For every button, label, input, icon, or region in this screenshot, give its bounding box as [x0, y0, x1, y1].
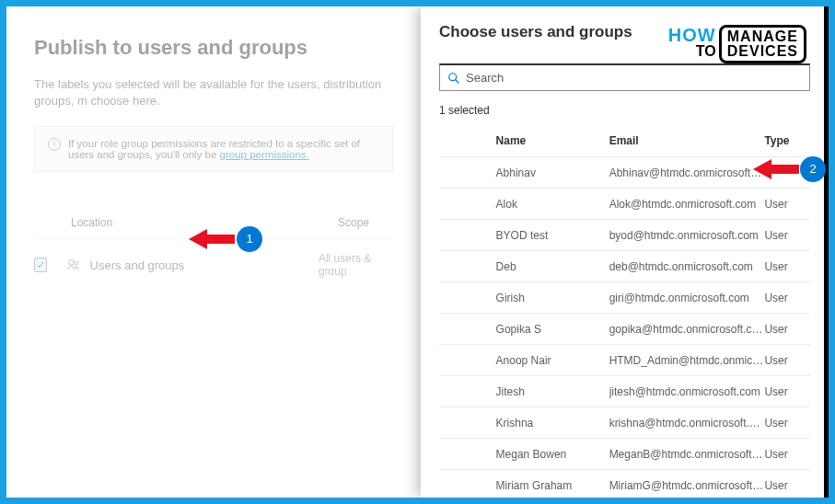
- selected-count: 1 selected: [439, 104, 810, 117]
- group-permissions-link[interactable]: group permissions.: [220, 149, 309, 160]
- search-field[interactable]: [439, 63, 810, 91]
- annotation-badge-1: 1: [237, 226, 262, 252]
- annotation-badge-2: 2: [800, 156, 826, 182]
- user-row[interactable]: AlokAlok@htmdc.onmicrosoft.comUser: [439, 189, 810, 220]
- user-email: Abhinav@htmdc.onmicrosoft.com: [609, 166, 765, 179]
- user-type: User: [764, 354, 810, 367]
- user-email: jitesh@htmdc.onmicrosoft.com: [609, 385, 765, 398]
- page-title: Publish to users and groups: [34, 36, 393, 60]
- user-email: MiriamG@htmdc.onmicrosoft.com: [609, 479, 765, 492]
- row-scope: All users & group: [319, 252, 393, 278]
- info-callout: i If your role group permissions are res…: [34, 126, 393, 172]
- checkbox-checked-icon[interactable]: ✓: [34, 258, 47, 272]
- user-name: Anoop Nair: [496, 354, 609, 367]
- user-type: User: [764, 260, 810, 273]
- row-label: Users and groups: [90, 258, 319, 272]
- svg-line-3: [456, 79, 459, 83]
- search-icon: [447, 72, 460, 85]
- user-name: Abhinav: [496, 166, 609, 179]
- user-name: Krishna: [496, 417, 609, 430]
- user-row[interactable]: Miriam GrahamMiriamG@htmdc.onmicrosoft.c…: [439, 470, 810, 498]
- user-name: Gopika S: [496, 323, 609, 336]
- user-name: BYOD test: [496, 229, 609, 242]
- user-email: gopika@htmdc.onmicrosoft.com: [609, 323, 765, 336]
- user-email: deb@htmdc.onmicrosoft.com: [609, 260, 765, 273]
- user-row[interactable]: BYOD testbyod@htmdc.onmicrosoft.comUser: [439, 220, 810, 251]
- user-email: byod@htmdc.onmicrosoft.com: [609, 229, 765, 242]
- svg-point-1: [75, 262, 78, 266]
- header-name: Name: [496, 134, 609, 147]
- user-email: HTMD_Admin@htmdc.onmicrosof...: [609, 354, 765, 367]
- user-row[interactable]: Megan BowenMeganB@htmdc.onmicrosoft.comU…: [439, 439, 810, 470]
- user-email: giri@htmdc.onmicrosoft.com: [609, 292, 765, 304]
- user-name: Girish: [496, 292, 609, 304]
- howtomanagedevices-logo: HOW TO MANAGE DEVICES: [668, 25, 806, 63]
- header-type: Type: [764, 134, 810, 147]
- user-type: User: [764, 292, 810, 304]
- svg-point-0: [69, 260, 74, 265]
- users-groups-icon: [67, 258, 80, 272]
- user-row[interactable]: Jiteshjitesh@htmdc.onmicrosoft.comUser: [439, 376, 810, 407]
- choose-users-panel: Choose users and groups 1 selected Name …: [421, 6, 829, 498]
- user-name: Alok: [496, 198, 609, 211]
- user-email: Alok@htmdc.onmicrosoft.com: [609, 198, 765, 211]
- info-text: If your role group permissions are restr…: [68, 138, 360, 160]
- publish-pane: Publish to users and groups The labels y…: [6, 6, 412, 498]
- user-name: Deb: [496, 260, 609, 273]
- annotation-arrow-2: [753, 157, 799, 181]
- user-type: User: [764, 198, 810, 211]
- user-type: User: [764, 229, 810, 242]
- user-row[interactable]: Girishgiri@htmdc.onmicrosoft.comUser: [439, 282, 810, 314]
- header-email: Email: [609, 134, 765, 147]
- annotation-arrow-1: [189, 227, 235, 251]
- page-description: The labels you selected will be availabl…: [34, 76, 393, 109]
- user-type: User: [764, 385, 810, 398]
- search-input[interactable]: [466, 71, 802, 85]
- svg-marker-5: [753, 159, 799, 179]
- user-email: MeganB@htmdc.onmicrosoft.com: [609, 448, 765, 461]
- user-email: krishna@htmdc.onmicrosoft.com: [609, 417, 765, 430]
- user-row[interactable]: Anoop NairHTMD_Admin@htmdc.onmicrosof...…: [439, 345, 810, 376]
- header-scope: Scope: [338, 216, 369, 229]
- info-icon: i: [48, 138, 61, 151]
- svg-point-2: [449, 73, 457, 80]
- user-type: User: [764, 479, 810, 492]
- svg-marker-4: [189, 229, 235, 249]
- user-list-header: Name Email Type: [439, 124, 810, 157]
- user-row[interactable]: Debdeb@htmdc.onmicrosoft.comUser: [439, 251, 810, 282]
- user-name: Jitesh: [496, 385, 609, 398]
- user-row[interactable]: Krishnakrishna@htmdc.onmicrosoft.comUser: [439, 407, 810, 439]
- user-name: Megan Bowen: [496, 448, 609, 461]
- user-name: Miriam Graham: [496, 479, 609, 492]
- user-type: User: [764, 448, 810, 461]
- user-type: User: [764, 323, 810, 336]
- user-row[interactable]: Gopika Sgopika@htmdc.onmicrosoft.comUser: [439, 314, 810, 345]
- user-type: User: [764, 417, 810, 430]
